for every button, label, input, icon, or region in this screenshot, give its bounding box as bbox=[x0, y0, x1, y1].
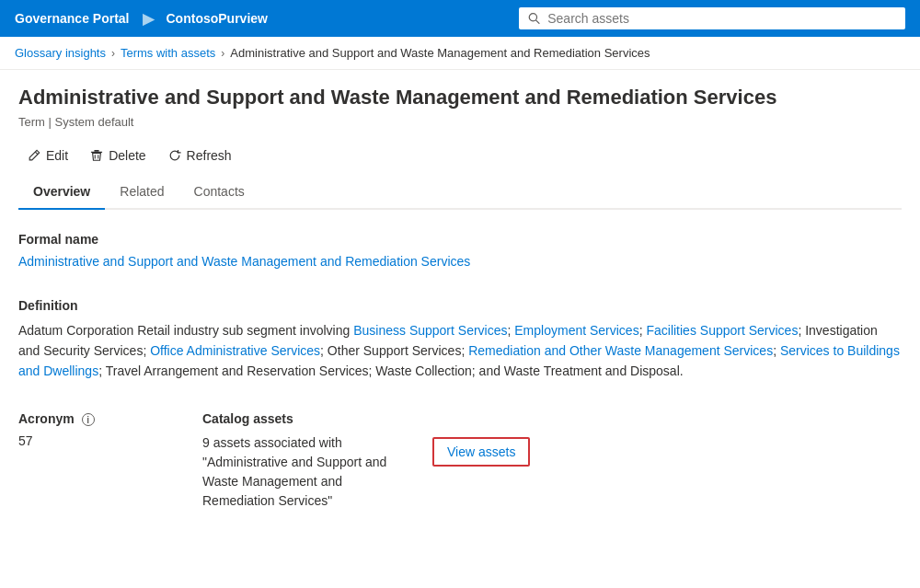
nav-separator: ▶ bbox=[143, 10, 154, 28]
edit-label: Edit bbox=[46, 148, 68, 163]
tab-related[interactable]: Related bbox=[105, 175, 178, 210]
top-navigation-bar: Governance Portal ▶ ContosoPurview bbox=[0, 0, 920, 37]
breadcrumb-terms-with-assets[interactable]: Terms with assets bbox=[121, 46, 215, 60]
office-admin-link[interactable]: Office Administrative Services bbox=[150, 343, 320, 358]
svg-rect-2 bbox=[91, 151, 102, 152]
refresh-icon bbox=[168, 149, 181, 162]
tab-overview[interactable]: Overview bbox=[18, 175, 105, 210]
acronym-label-text: Acronym bbox=[18, 411, 75, 426]
search-input[interactable] bbox=[547, 11, 896, 26]
view-assets-button[interactable]: View assets bbox=[432, 437, 530, 467]
business-support-link[interactable]: Business Support Services bbox=[353, 323, 507, 338]
delete-button[interactable]: Delete bbox=[81, 144, 155, 167]
delete-label: Delete bbox=[109, 148, 145, 163]
search-box bbox=[519, 7, 905, 29]
definition-section: Definition Adatum Corporation Retail ind… bbox=[18, 298, 902, 382]
page-title: Administrative and Support and Waste Man… bbox=[18, 85, 902, 111]
tab-contacts[interactable]: Contacts bbox=[179, 175, 259, 210]
refresh-button[interactable]: Refresh bbox=[159, 144, 241, 167]
svg-line-1 bbox=[536, 20, 539, 23]
employment-link[interactable]: Employment Services bbox=[514, 323, 638, 338]
acronym-label: Acronym i bbox=[18, 411, 129, 426]
catalog-assets-label: Catalog assets bbox=[202, 411, 530, 426]
app-name: ContosoPurview bbox=[167, 11, 268, 26]
search-container bbox=[519, 7, 905, 29]
formal-name-value: Administrative and Support and Waste Man… bbox=[18, 254, 902, 269]
catalog-assets-content: 9 assets associated with "Administrative… bbox=[202, 433, 530, 511]
refresh-label: Refresh bbox=[187, 148, 232, 163]
catalog-assets-text: 9 assets associated with "Administrative… bbox=[202, 433, 414, 511]
page-subtitle: Term | System default bbox=[18, 115, 902, 129]
definition-text-content: Adatum Corporation Retail industry sub s… bbox=[18, 323, 900, 379]
definition-text: Adatum Corporation Retail industry sub s… bbox=[18, 320, 902, 382]
edit-button[interactable]: Edit bbox=[18, 144, 77, 167]
facilities-link[interactable]: Facilities Support Services bbox=[646, 323, 798, 338]
toolbar: Edit Delete Refresh bbox=[18, 144, 902, 175]
breadcrumb-sep-1: › bbox=[111, 47, 115, 60]
acronym-value: 57 bbox=[18, 433, 129, 448]
breadcrumb-glossary-insights[interactable]: Glossary insights bbox=[15, 46, 106, 60]
search-icon bbox=[528, 12, 540, 25]
trash-icon bbox=[90, 149, 103, 162]
breadcrumb-current: Administrative and Support and Waste Man… bbox=[230, 46, 650, 60]
page-content: Administrative and Support and Waste Man… bbox=[0, 70, 920, 525]
breadcrumb: Glossary insights › Terms with assets › … bbox=[0, 37, 920, 70]
portal-label: Governance Portal bbox=[15, 11, 130, 26]
breadcrumb-sep-2: › bbox=[221, 47, 224, 60]
formal-name-label: Formal name bbox=[18, 232, 902, 247]
catalog-assets-column: Catalog assets 9 assets associated with … bbox=[202, 411, 530, 511]
remediation-link[interactable]: Remediation and Other Waste Management S… bbox=[468, 343, 773, 358]
acronym-info-icon[interactable]: i bbox=[82, 413, 95, 426]
catalog-assets-row: 9 assets associated with "Administrative… bbox=[202, 433, 530, 511]
bottom-section: Acronym i 57 Catalog assets 9 assets ass… bbox=[18, 411, 902, 511]
definition-label: Definition bbox=[18, 298, 902, 313]
tab-bar: Overview Related Contacts bbox=[18, 175, 902, 210]
edit-icon bbox=[28, 149, 40, 162]
formal-name-section: Formal name Administrative and Support a… bbox=[18, 232, 902, 269]
brand-area: Governance Portal ▶ ContosoPurview bbox=[15, 10, 268, 28]
svg-rect-3 bbox=[95, 149, 99, 151]
acronym-column: Acronym i 57 bbox=[18, 411, 129, 448]
